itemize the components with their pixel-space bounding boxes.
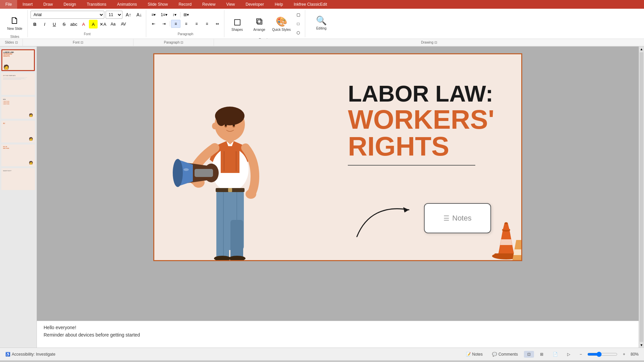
tab-inkfree[interactable]: Inkfree ClassicEdit: [288, 0, 332, 9]
notes-popup: ☰ Notes: [424, 203, 491, 233]
quick-styles-button[interactable]: 🎨 Quick Styles: [271, 12, 291, 36]
tab-view[interactable]: View: [221, 0, 240, 9]
paragraph-section-label: Paragraph ⊡: [133, 39, 214, 46]
justify-btn[interactable]: ≡: [202, 20, 212, 28]
font-size-selector[interactable]: 11: [106, 11, 122, 19]
align-center-btn[interactable]: ≡: [181, 20, 191, 28]
text-direction-btn[interactable]: ⇔: [213, 20, 222, 28]
font-case-btn[interactable]: Aa: [108, 20, 118, 28]
slide-thumb-6[interactable]: NGER TEXT?: [1, 168, 35, 190]
tab-draw[interactable]: Draw: [38, 0, 58, 9]
scroll-thumb[interactable]: [640, 52, 643, 342]
svg-marker-46: [514, 249, 522, 255]
font-color-btn[interactable]: A: [79, 20, 88, 28]
editing-btns: 🔍 Editing: [308, 11, 335, 35]
drawing-section-label: Drawing ⊡: [214, 39, 644, 46]
drawing-btns: ◻ Shapes ⧉ Arrange 🎨 Quick Styles ▢ □ ⬡: [227, 11, 303, 37]
arrow-annotation: [350, 193, 424, 243]
tab-help[interactable]: Help: [269, 0, 288, 9]
font-family-selector[interactable]: Arial: [31, 11, 104, 19]
numbered-list-btn[interactable]: 1≡▾: [159, 11, 169, 19]
paragraph-group-label: Paragraph: [149, 32, 222, 37]
tab-transitions[interactable]: Transitions: [82, 0, 112, 9]
slide-thumb-3[interactable]: NTS 1 SECTION2 SECTION3 SECTION 🧑: [1, 97, 35, 119]
increase-indent-btn[interactable]: ⇥: [159, 20, 169, 28]
comments-btn[interactable]: 💬 Comments: [489, 351, 521, 358]
notes-statusbar-btn[interactable]: 📝 Notes: [463, 351, 486, 358]
slide-divider: [348, 165, 475, 166]
zoom-control: − + 80%: [576, 351, 639, 358]
decrease-indent-btn[interactable]: ⇤: [149, 20, 158, 28]
paragraph-row-1: ≡▾ 1≡▾ ↕▾ ⊞▾: [149, 11, 222, 19]
new-slide-button[interactable]: 🗋 New Slide: [5, 11, 25, 35]
accessibility-status: ♿ Accessibility: Investigate: [5, 352, 55, 357]
align-left-btn[interactable]: ≡: [171, 20, 180, 28]
zoom-out-btn[interactable]: −: [576, 351, 585, 358]
slide-main-title: LABOR LAW:: [348, 81, 494, 106]
slideshow-btn[interactable]: ▷: [564, 351, 574, 358]
svg-rect-27: [216, 220, 229, 260]
new-slide-icon: 🗋: [10, 15, 19, 26]
ribbon-section-labels: Slides ⊡ Font ⊡ Paragraph ⊡ Drawing ⊡: [0, 39, 644, 46]
slide-sub-title-2: RIGHTS: [348, 133, 494, 160]
tab-insert[interactable]: Insert: [17, 0, 38, 9]
slide-sorter-btn[interactable]: ⊞: [537, 351, 547, 358]
scroll-up-btn[interactable]: ▲: [639, 47, 644, 52]
shape-effects-btn[interactable]: ⬡: [293, 29, 303, 37]
increase-font-btn[interactable]: A↑: [124, 11, 133, 19]
paragraph-row-2: ⇤ ⇥ ≡ ≡ ≡ ≡ ⇔: [149, 20, 222, 28]
clear-format-btn[interactable]: ✕A: [99, 20, 107, 28]
slide-thumb-2[interactable]: OF THIS TEMPLATE: [1, 73, 35, 95]
slide-thumb-5[interactable]: GE OFSECTION 🧑: [1, 144, 35, 166]
slide-thumb-4[interactable]: A! 🧑: [1, 121, 35, 142]
tab-design[interactable]: Design: [58, 0, 81, 9]
tab-record[interactable]: Record: [173, 0, 197, 9]
shapes-icon: ◻: [233, 16, 241, 27]
slide-thumb-1[interactable]: LABOR LAW: WORKERS'RIGHTS 🧑: [1, 49, 35, 71]
text-shadow-btn[interactable]: abc: [69, 20, 78, 28]
italic-btn[interactable]: I: [40, 20, 49, 28]
arrange-icon: ⧉: [256, 16, 263, 27]
worker-illustration: [168, 93, 282, 260]
shape-fill-btn[interactable]: ▢: [293, 11, 303, 19]
notes-line-2: Reminder about devices before getting st…: [44, 331, 632, 339]
highlight-btn[interactable]: A: [89, 20, 98, 28]
zoom-slider[interactable]: [587, 352, 618, 357]
strikethrough-btn[interactable]: S: [60, 20, 68, 28]
tab-slideshow[interactable]: Slide Show: [142, 0, 173, 9]
shapes-button[interactable]: ◻ Shapes: [227, 12, 247, 36]
line-spacing-btn[interactable]: ↕▾: [170, 11, 179, 19]
notes-popup-icon: ☰: [443, 214, 449, 222]
ribbon-tabs-bar: File Insert Draw Design Transitions Anim…: [0, 0, 644, 9]
tab-animations[interactable]: Animations: [112, 0, 142, 9]
zoom-in-btn[interactable]: +: [620, 351, 629, 358]
bullet-list-btn[interactable]: ≡▾: [149, 11, 158, 19]
svg-point-2: [216, 111, 226, 126]
shape-outline-btn[interactable]: □: [293, 20, 303, 28]
decrease-font-btn[interactable]: A↓: [135, 11, 144, 19]
tab-developer[interactable]: Developer: [240, 0, 269, 9]
bold-btn[interactable]: B: [31, 20, 39, 28]
char-spacing-btn[interactable]: AV: [119, 20, 128, 28]
normal-view-btn[interactable]: ⊡: [524, 351, 534, 358]
underline-btn[interactable]: U: [50, 20, 59, 28]
ribbon-toolbar: 🗋 New Slide Slides Arial 11 A↑ A↓ B I: [0, 9, 644, 39]
slide-canvas[interactable]: LABOR LAW: WORKERS' RIGHTS: [153, 53, 522, 261]
align-right-btn[interactable]: ≡: [192, 20, 201, 28]
editing-button[interactable]: 🔍 Editing: [308, 11, 335, 35]
accessibility-icon: ♿: [5, 352, 10, 357]
notes-bar: Hello everyone! Reminder about devices b…: [37, 321, 639, 348]
arrange-button[interactable]: ⧉ Arrange: [249, 12, 269, 36]
ribbon: 🗋 New Slide Slides Arial 11 A↑ A↓ B I: [0, 9, 644, 47]
vertical-scrollbar[interactable]: ▲ ▼: [639, 47, 644, 348]
columns-btn[interactable]: ⊞▾: [181, 11, 191, 19]
scroll-down-btn[interactable]: ▼: [639, 343, 644, 348]
status-bar: ♿ Accessibility: Investigate 📝 Notes 💬 C…: [0, 348, 644, 360]
reading-view-btn[interactable]: 📄: [549, 351, 561, 358]
drawing-small-btns: ▢ □ ⬡: [293, 11, 303, 37]
main-area: LABOR LAW: WORKERS'RIGHTS 🧑 OF THIS TEMP…: [0, 47, 644, 348]
editing-icon: 🔍: [316, 15, 327, 26]
tab-file[interactable]: File: [0, 0, 17, 9]
tab-review[interactable]: Review: [197, 0, 221, 9]
font-group: Arial 11 A↑ A↓ B I U S abc A A ✕A Aa AV: [29, 10, 146, 37]
